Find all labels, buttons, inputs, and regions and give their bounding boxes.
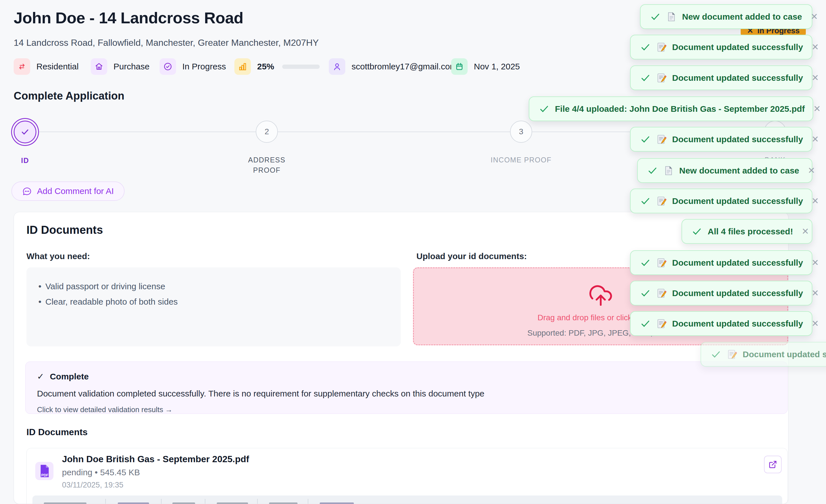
check-icon <box>640 42 650 52</box>
check-icon <box>640 258 650 268</box>
validation-body: Document validation completed successful… <box>37 389 776 398</box>
page-title: John Doe - 14 Landcross Road <box>14 8 243 27</box>
document-icon <box>666 12 676 22</box>
file-name: John Doe British Gas - September 2025.pd… <box>62 454 249 464</box>
check-icon <box>640 134 650 144</box>
pdf-file-icon: PDF <box>35 462 54 480</box>
toast-notification: Document updated successfully ✕ <box>630 65 812 90</box>
document-actions-bar[interactable] <box>33 496 782 504</box>
memo-icon <box>656 319 666 329</box>
step-income-proof: 3 INCOME PROOF <box>491 121 551 165</box>
close-icon[interactable]: ✕ <box>812 257 819 268</box>
cloud-upload-icon <box>588 283 613 308</box>
progress-bar <box>282 65 320 69</box>
svg-text:PDF: PDF <box>41 473 48 477</box>
close-icon[interactable]: ✕ <box>812 134 819 144</box>
property-address: 14 Landcross Road, Fallowfield, Manchest… <box>14 38 319 48</box>
check-icon <box>640 288 650 298</box>
requirements-box: •Valid passport or driving license •Clea… <box>26 267 401 346</box>
chip-purchase: Purchase <box>91 58 150 75</box>
chip-email: scottbromley17@gmail.com <box>329 58 457 75</box>
file-meta: pending • 545.45 KB <box>62 467 140 477</box>
check-icon <box>539 104 549 114</box>
validation-title: Complete <box>50 372 89 381</box>
toast-notification: Document updated successfully ✕ <box>630 127 812 151</box>
step-id-label: ID <box>21 155 29 166</box>
memo-icon <box>656 258 666 268</box>
file-timestamp: 03/11/2025, 19:35 <box>62 481 123 490</box>
toast-message: Document updated successfully <box>743 350 826 359</box>
check-icon <box>640 73 650 83</box>
action-stub <box>269 503 298 504</box>
open-document-button[interactable] <box>764 456 782 473</box>
chip-residential: Residential <box>14 58 78 75</box>
step-id-circle[interactable] <box>14 121 37 143</box>
chip-status: In Progress <box>160 58 226 75</box>
memo-icon <box>656 134 666 144</box>
validation-title-row: ✓ Complete <box>37 371 776 381</box>
chip-progress: 25% <box>234 58 320 75</box>
action-stub <box>118 503 149 504</box>
toast-notification: Document updated successfully ✕ <box>630 189 812 213</box>
toast-notification: Document updated successfully ✕ <box>630 281 812 306</box>
toast-notification: All 4 files processed! ✕ <box>682 219 812 244</box>
bar-chart-icon <box>234 58 251 75</box>
step-address-proof: 2 ADDRESS PROOF <box>241 121 292 176</box>
close-icon[interactable]: ✕ <box>808 165 815 176</box>
swap-arrows-icon <box>14 58 30 75</box>
person-icon <box>329 58 345 75</box>
requirements-title: What you need: <box>26 251 90 261</box>
toast-notification: New document added to case ✕ <box>637 158 812 183</box>
toast-notification: Document updated successfully ✕ <box>630 35 812 59</box>
step-address-circle[interactable]: 2 <box>256 121 278 143</box>
section-title: Complete Application <box>14 90 124 102</box>
card-title: ID Documents <box>26 224 103 236</box>
check-icon <box>650 12 660 22</box>
close-icon[interactable]: ✕ <box>812 318 819 329</box>
close-icon[interactable]: ✕ <box>812 42 819 52</box>
toast-notification: File 4/4 uploaded: John Doe British Gas … <box>529 97 813 121</box>
upload-title: Upload your id documents: <box>416 251 527 261</box>
action-stub <box>44 503 86 504</box>
documents-list-title: ID Documents <box>26 427 87 437</box>
validation-details-link[interactable]: Click to view detailed validation result… <box>37 405 776 414</box>
close-icon[interactable]: ✕ <box>812 72 819 83</box>
close-icon[interactable]: ✕ <box>812 196 819 206</box>
step-address-label: ADDRESS PROOF <box>241 155 292 176</box>
toast-message: New document added to case <box>679 166 799 176</box>
toast-notification: New document added to case ✕ <box>640 4 812 29</box>
case-page: John Doe - 14 Landcross Road 14 Landcros… <box>0 0 826 504</box>
check-icon <box>640 319 650 329</box>
toast-message: Document updated successfully <box>672 134 803 144</box>
external-link-icon <box>769 460 777 469</box>
check-icon <box>647 166 658 176</box>
memo-icon <box>656 196 666 206</box>
action-stub <box>217 503 248 504</box>
step-income-circle[interactable]: 3 <box>510 121 532 143</box>
calendar-icon <box>451 58 468 75</box>
memo-icon <box>656 288 666 298</box>
check-icon <box>20 127 30 137</box>
check-circle-icon <box>160 58 176 75</box>
check-glyph: ✓ <box>37 371 44 381</box>
house-icon <box>91 58 107 75</box>
toast-message: All 4 files processed! <box>708 227 793 236</box>
close-icon[interactable]: ✕ <box>814 104 821 114</box>
chip-date: Nov 1, 2025 <box>451 58 520 75</box>
step-id: ID <box>14 121 37 166</box>
add-comment-ai-button[interactable]: Add Comment for AI <box>11 182 125 201</box>
requirement-item: •Valid passport or driving license <box>39 279 389 294</box>
toast-message: Document updated successfully <box>672 289 803 298</box>
close-icon[interactable]: ✕ <box>812 288 819 298</box>
memo-icon <box>656 73 666 83</box>
check-icon <box>640 196 650 206</box>
memo-icon <box>656 42 666 52</box>
case-email: scottbromley17@gmail.com <box>352 62 457 71</box>
toast-notification: Document updated successfully ✕ <box>630 250 812 275</box>
document-icon <box>663 166 673 176</box>
check-icon <box>711 349 721 360</box>
close-icon[interactable]: ✕ <box>802 226 809 237</box>
close-icon[interactable]: ✕ <box>811 11 818 22</box>
check-icon <box>692 227 702 237</box>
validation-status-box: ✓ Complete Document validation completed… <box>25 362 787 414</box>
